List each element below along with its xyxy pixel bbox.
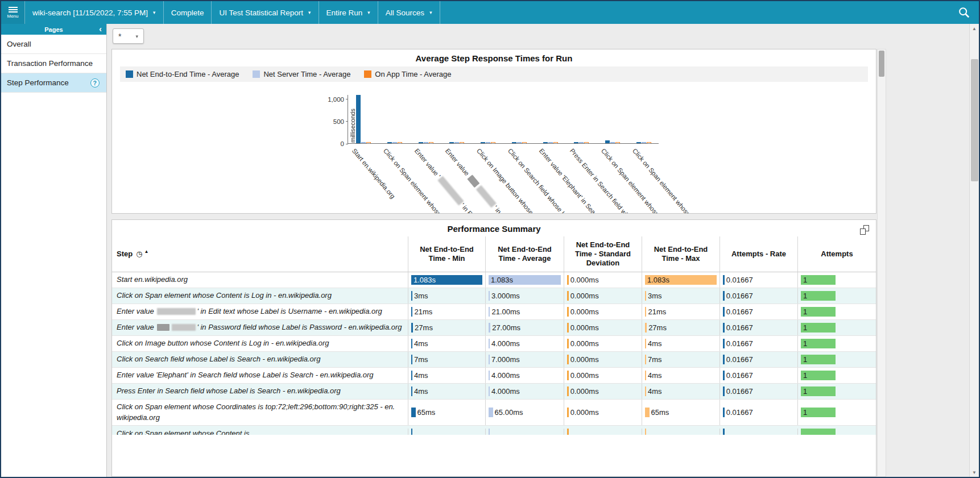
value-bar-std (567, 386, 569, 396)
value-bar-min (411, 291, 412, 301)
column-header-net_max[interactable]: Net End-to-End Time - Max (642, 236, 720, 272)
value-cell-std: 0.000ms (564, 384, 642, 399)
value-text: 0.000ms (570, 307, 599, 316)
column-header-net_std[interactable]: Net End-to-End Time - Standard Deviation (564, 236, 642, 272)
hamburger-icon (9, 7, 18, 13)
value-cell-avg: 21.00ms (485, 304, 564, 319)
window-scrollbar[interactable]: ▲ ▼ (969, 24, 979, 477)
scope-label: Entire Run (326, 9, 363, 17)
value-cell-std: 0.000ms (564, 400, 642, 425)
value-text: 21ms (414, 307, 432, 316)
value-wrap: 4ms (645, 339, 717, 348)
value-bar-min (411, 323, 413, 332)
run-selector-dropdown[interactable]: wiki-search [11/15/2022, 7:55 PM] ▾ (25, 1, 164, 24)
topbar-spacer (440, 1, 949, 24)
value-wrap (723, 429, 795, 435)
value-text: 7.000ms (491, 355, 520, 364)
table-row: Click on Image button whose Content is L… (112, 336, 876, 352)
chart-bar-e2e (481, 142, 485, 143)
value-wrap: 7ms (411, 355, 482, 364)
chart-bar-app (553, 142, 558, 143)
chart-bar-e2e (574, 142, 578, 143)
value-text: 1 (803, 387, 807, 396)
value-wrap: 7ms (645, 355, 717, 364)
value-wrap: 3ms (645, 291, 717, 301)
value-bar-avg (489, 323, 490, 332)
value-text: 1.083s (413, 276, 436, 284)
value-wrap: 4ms (411, 339, 482, 348)
value-bar-max (645, 291, 646, 301)
step-text: Enter value 'Elephant' in Search field w… (117, 370, 374, 381)
column-header-net_avg[interactable]: Net End-to-End Time - Average (485, 236, 564, 272)
value-text: 65.00ms (495, 408, 523, 417)
column-header-attempts_rate[interactable]: Attempts - Rate (720, 236, 797, 272)
step-cell: Click on Image button whose Content is L… (112, 336, 408, 351)
value-wrap: 0.01667 (723, 291, 795, 301)
value-bar-avg (489, 307, 490, 317)
value-text: 0.01667 (726, 355, 753, 364)
y-tick-label: 500 (333, 118, 344, 125)
chart-bar-app (429, 142, 433, 143)
value-cell-att: 1 (797, 288, 876, 304)
value-cell-rate: 0.01667 (720, 304, 797, 319)
step-text: Start en.wikipedia.org (117, 275, 188, 285)
chart-bar-app (615, 142, 620, 143)
value-text: 3.000ms (491, 292, 520, 300)
value-wrap: 65ms (645, 408, 717, 417)
content-row: Pages ‹ OverallTransaction PerformanceSt… (1, 24, 979, 477)
value-bar-std (567, 307, 569, 317)
scroll-down-icon[interactable]: ▼ (970, 468, 979, 477)
sidebar-item-label: Overall (7, 40, 31, 48)
sources-dropdown[interactable]: All Sources ▾ (378, 1, 440, 24)
filter-dropdown[interactable]: * ▾ (113, 28, 144, 44)
sidebar-item-step-performance[interactable]: Step Performance? (1, 73, 106, 93)
step-cell: Click on Span element whose Content is .… (112, 429, 408, 435)
legend-label: Net Server Time - Average (263, 70, 350, 78)
table-row: Click on Span element whose Content is L… (112, 288, 876, 304)
report-type-dropdown[interactable]: UI Test Statistical Report ▾ (212, 1, 319, 24)
value-wrap (567, 429, 639, 435)
value-cell-att: 1 (797, 352, 876, 367)
redacted-text (468, 175, 480, 188)
value-bar-rate (723, 307, 725, 317)
value-cell-std: 0.000ms (564, 336, 642, 351)
value-cell-rate (720, 429, 797, 435)
value-cell-max: 1.083s (642, 272, 720, 288)
column-header-step[interactable]: Step◷▲ (112, 236, 408, 272)
table-row: Enter value ' in Password field whose La… (112, 320, 876, 336)
scrollbar-track[interactable] (970, 33, 979, 468)
step-text: Click on Image button whose Content is L… (117, 338, 329, 349)
value-bar-avg (489, 429, 490, 435)
value-wrap: 0.01667 (723, 323, 795, 332)
menu-button[interactable]: Menu (1, 1, 25, 24)
value-wrap: 27ms (645, 323, 717, 332)
scroll-up-icon[interactable]: ▲ (970, 24, 979, 33)
scope-dropdown[interactable]: Entire Run ▾ (319, 1, 378, 24)
column-header-attempts[interactable]: Attempts (797, 236, 876, 272)
value-bar-max (645, 323, 647, 332)
value-cell-att: 1 (797, 368, 876, 383)
chart-bar-server (454, 142, 459, 143)
sidebar-item-transaction-performance[interactable]: Transaction Performance (1, 54, 106, 73)
value-bar-rate (723, 429, 725, 435)
value-text: 0.01667 (726, 408, 753, 417)
scrollbar-thumb[interactable] (971, 59, 978, 181)
value-text: 1 (803, 276, 807, 284)
collapse-sidebar-icon[interactable]: ‹ (99, 24, 102, 35)
step-cell: Click on Search field whose Label is Sea… (112, 352, 408, 367)
search-button[interactable] (949, 1, 979, 24)
panel-scrollbar[interactable] (877, 49, 886, 477)
help-icon[interactable]: ? (90, 78, 100, 88)
legend-swatch (364, 70, 371, 78)
table-body: Start en.wikipedia.org1.083s1.083s0.000m… (112, 272, 876, 476)
column-header-net_min[interactable]: Net End-to-End Time - Min (408, 236, 485, 272)
value-text: 0.000ms (570, 355, 599, 364)
copy-icon[interactable] (860, 225, 869, 235)
panel-scrollbar-thumb[interactable] (879, 51, 884, 77)
value-wrap: 7.000ms (489, 355, 561, 364)
sidebar-item-overall[interactable]: Overall (1, 35, 106, 54)
value-wrap: 1.083s (489, 275, 561, 285)
value-wrap: 0.000ms (567, 386, 639, 396)
value-wrap: 1 (801, 355, 873, 364)
chevron-down-icon: ▾ (135, 34, 138, 39)
